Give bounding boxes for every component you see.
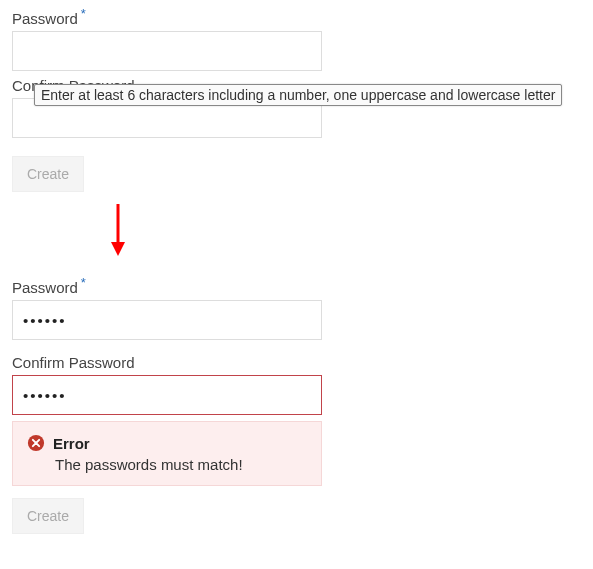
arrow-down-icon xyxy=(12,202,581,261)
confirm-password-input-error[interactable] xyxy=(12,375,322,415)
confirm-password-label-2: Confirm Password xyxy=(12,354,135,371)
password-input[interactable] xyxy=(12,31,322,71)
password-input-filled[interactable] xyxy=(12,300,322,340)
create-button-2[interactable]: Create xyxy=(12,498,84,534)
error-message: The passwords must match! xyxy=(55,456,309,473)
form-state-initial: Password* Enter at least 6 characters in… xyxy=(12,6,581,192)
error-icon xyxy=(27,434,45,452)
password-label-2: Password xyxy=(12,279,78,296)
password-field-group-2: Password* xyxy=(12,275,581,340)
required-mark: * xyxy=(81,6,86,21)
error-panel: Error The passwords must match! xyxy=(12,421,322,486)
svg-marker-1 xyxy=(111,242,125,256)
password-hint-tooltip: Enter at least 6 characters including a … xyxy=(34,84,562,106)
error-header: Error xyxy=(27,434,309,452)
confirm-password-field-group-2: Confirm Password xyxy=(12,354,581,415)
create-button[interactable]: Create xyxy=(12,156,84,192)
required-mark-2: * xyxy=(81,275,86,290)
error-title: Error xyxy=(53,435,90,452)
password-field-group: Password* xyxy=(12,6,581,71)
form-state-error: Password* Confirm Password Error The pas… xyxy=(12,275,581,534)
password-label: Password xyxy=(12,10,78,27)
